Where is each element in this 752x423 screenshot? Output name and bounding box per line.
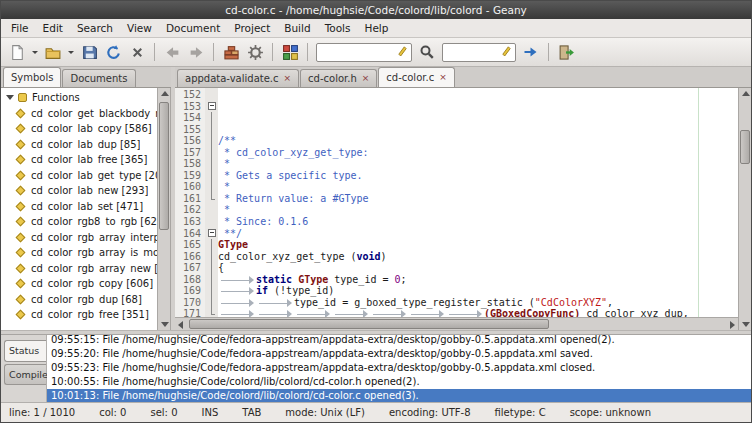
line-number: 165 — [175, 239, 201, 251]
status-field: filetype: C — [495, 407, 546, 418]
message-row[interactable]: 09:55:15: File /home/hughsie/Code/fedora… — [47, 335, 751, 347]
sidebar-tab-documents[interactable]: Documents — [62, 69, 135, 87]
goto-line-button[interactable] — [519, 40, 543, 64]
symbol-item[interactable]: cd_color_rgb_array_new [896] — [1, 261, 157, 277]
sidebar-tab-symbols[interactable]: Symbols — [3, 67, 61, 87]
editor-tab-cd-color.h[interactable]: cd-color.h× — [300, 69, 377, 87]
code-token: * — [218, 158, 230, 169]
code-token: GType — [298, 274, 328, 285]
menu-tools[interactable]: Tools — [318, 19, 358, 38]
message-row[interactable]: 09:55:20: File /home/hughsie/Code/fedora… — [47, 347, 751, 361]
code-token: * — [218, 181, 230, 192]
build-button[interactable] — [243, 40, 267, 64]
scroll-down-icon[interactable] — [161, 322, 169, 327]
scrollbar-thumb[interactable] — [189, 319, 549, 329]
symbol-item[interactable]: cd_color_lab_dup [85] — [1, 137, 157, 153]
symbol-item[interactable]: cd_color_rgb8_to_rgb [626] — [1, 214, 157, 230]
message-row[interactable]: 09:55:23: File /home/hughsie/Code/fedora… — [47, 361, 751, 375]
code-line: * cd_color_xyz_get_type: — [218, 147, 738, 159]
close-tab-icon[interactable]: × — [362, 74, 370, 83]
menu-build[interactable]: Build — [277, 19, 317, 38]
scroll-left-icon[interactable] — [178, 321, 183, 329]
code-line: /** — [218, 135, 738, 147]
sidebar-scrollbar[interactable] — [157, 88, 170, 330]
symbol-item[interactable]: cd_color_get_blackbody_rgb [97 — [1, 106, 157, 122]
new-file-dropdown[interactable] — [29, 40, 41, 64]
menu-project[interactable]: Project — [227, 19, 277, 38]
save-button[interactable] — [77, 40, 101, 64]
symbol-item[interactable]: cd_color_lab_set [471] — [1, 199, 157, 215]
fold-collapse-icon[interactable] — [208, 102, 216, 110]
navigate-back-button[interactable] — [160, 40, 184, 64]
status-field: sel: 0 — [150, 407, 177, 418]
quit-button[interactable] — [554, 40, 578, 64]
symbol-label: cd_color_rgb8_to_rgb [626] — [31, 216, 157, 227]
scrollbar-thumb[interactable] — [159, 102, 169, 230]
code-line: * Since: 0.1.6 — [218, 216, 738, 228]
symbol-item[interactable]: cd_color_lab_get_type [203] — [1, 168, 157, 184]
goto-line-entry[interactable] — [442, 43, 516, 62]
revert-button[interactable] — [101, 40, 125, 64]
code-line: { — [218, 262, 738, 274]
menu-view[interactable]: View — [120, 19, 159, 38]
symbol-item[interactable]: cd_color_rgb_dup [68] — [1, 292, 157, 308]
titlebar[interactable]: cd-color.c - /home/hughsie/Code/colord/l… — [1, 1, 751, 19]
toolbar-separator — [213, 43, 214, 61]
message-tab-compiler[interactable]: Compiler — [4, 364, 46, 386]
symbol-item[interactable]: cd_color_rgb_array_is_monotonic — [1, 245, 157, 261]
symbol-item[interactable]: cd_color_lab_new [293] — [1, 183, 157, 199]
symbol-item[interactable]: cd_color_lab_free [365] — [1, 152, 157, 168]
menu-search[interactable]: Search — [70, 19, 120, 38]
message-row[interactable]: 10:00:55: File /home/hughsie/Code/colord… — [47, 375, 751, 389]
open-file-dropdown[interactable] — [65, 40, 77, 64]
goto-line-input[interactable] — [446, 47, 501, 58]
menu-document[interactable]: Document — [159, 19, 227, 38]
editor-vscrollbar[interactable] — [738, 88, 751, 330]
new-file-button[interactable] — [5, 40, 29, 64]
symbol-label: cd_color_get_blackbody_rgb [97 — [31, 108, 157, 119]
menu-help[interactable]: Help — [358, 19, 396, 38]
open-file-button[interactable] — [41, 40, 65, 64]
editor-tab-appdata-validate.c[interactable]: appdata-validate.c× — [177, 69, 299, 87]
symbol-item[interactable]: cd_color_rgb_copy [606] — [1, 276, 157, 292]
scroll-right-icon[interactable] — [730, 321, 735, 329]
compile-button[interactable] — [219, 40, 243, 64]
status-field: mode: Unix (LF) — [285, 407, 365, 418]
close-tab-icon[interactable]: × — [284, 74, 292, 83]
menu-file[interactable]: File — [4, 19, 36, 38]
code-token: if — [256, 285, 268, 296]
symbol-label: cd_color_lab_get_type [203] — [31, 170, 157, 181]
scroll-up-icon[interactable] — [742, 91, 750, 96]
compile-bricks-icon — [223, 44, 240, 61]
symbol-item[interactable]: cd_color_lab_copy [586] — [1, 121, 157, 137]
search-button[interactable] — [415, 40, 439, 64]
navigate-forward-button[interactable] — [184, 40, 208, 64]
search-entry[interactable] — [316, 43, 412, 62]
expander-icon[interactable] — [6, 95, 14, 100]
code-token: (GBoxedCopyFunc) — [484, 308, 580, 317]
symbol-item[interactable]: cd_color_rgb_array_interpolate [9 — [1, 230, 157, 246]
symbol-label: cd_color_lab_dup [85] — [31, 139, 140, 150]
fold-margin[interactable] — [205, 88, 218, 317]
fold-cell — [205, 228, 218, 240]
close-tab-icon[interactable]: × — [439, 73, 447, 82]
function-icon — [16, 139, 26, 149]
editor-tab-cd-color.c[interactable]: cd-color.c× — [378, 67, 454, 87]
message-row[interactable]: 10:01:13: File /home/hughsie/Code/colord… — [47, 389, 751, 402]
code-area[interactable]: /** * cd_color_xyz_get_type: * * Gets a … — [218, 88, 738, 317]
symbols-root-row[interactable]: Functions — [1, 90, 157, 106]
code-token: type_id = g_boxed_type_register_static ( — [294, 297, 535, 308]
editor-hscrollbar[interactable] — [175, 317, 738, 330]
menu-edit[interactable]: Edit — [36, 19, 70, 38]
message-tab-status[interactable]: Status — [4, 340, 46, 362]
editor-view[interactable]: 1521531541551561571581591601611621631641… — [175, 88, 738, 317]
search-input[interactable] — [320, 47, 397, 58]
scroll-down-icon[interactable] — [742, 322, 750, 327]
close-document-button[interactable] — [125, 40, 149, 64]
scrollbar-thumb[interactable] — [740, 130, 750, 164]
color-chooser-button[interactable] — [278, 40, 302, 64]
fold-collapse-icon[interactable] — [208, 229, 216, 237]
line-numbers: 1521531541551561571581591601611621631641… — [175, 88, 205, 317]
scroll-up-icon[interactable] — [161, 91, 169, 96]
symbol-item[interactable]: cd_color_rgb_free [351] — [1, 307, 157, 323]
